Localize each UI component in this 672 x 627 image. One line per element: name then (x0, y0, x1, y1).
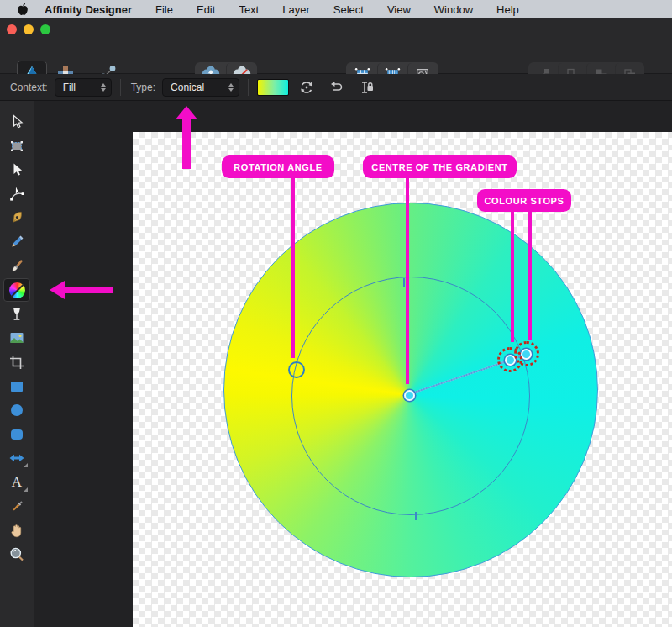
gradient-centre-label: CENTRE OF THE GRADIENT (363, 155, 517, 178)
crop-tool[interactable] (3, 350, 30, 374)
context-divider (120, 79, 121, 96)
rotation-angle-label: ROTATION ANGLE (222, 155, 334, 178)
pointer-icon (8, 161, 25, 178)
menu-select[interactable]: Select (333, 3, 364, 16)
selection-tool[interactable] (3, 158, 30, 182)
window-toolbar (0, 18, 672, 74)
eyedropper-icon (8, 498, 25, 515)
image-icon (8, 329, 25, 346)
vector-brush-tool[interactable] (3, 255, 30, 278)
crop-icon (8, 354, 25, 371)
colour-stops-text: COLOUR STOPS (484, 196, 564, 206)
rectangle-tool[interactable] (3, 375, 30, 398)
transparency-tool[interactable] (3, 303, 30, 326)
gradient-centre-leader-line (406, 177, 409, 384)
pencil-icon (8, 234, 25, 250)
double-arrow-icon (8, 450, 25, 466)
colour-stops-leader-line-2 (528, 211, 532, 340)
lock-icon (359, 79, 375, 96)
circle-top-tick (403, 278, 405, 287)
fill-gradient-tool[interactable] (3, 278, 30, 302)
stop-highlight-ring (514, 341, 539, 366)
up-arrow-annotation (176, 106, 197, 119)
workspace: A (0, 101, 672, 627)
minimize-button[interactable] (24, 24, 34, 34)
type-label: Type: (131, 82, 155, 93)
arrow-shape-tool[interactable] (3, 446, 30, 470)
apple-icon (17, 3, 29, 16)
menu-text[interactable]: Text (239, 3, 259, 16)
menu-window[interactable]: Window (434, 3, 473, 16)
menu-view[interactable]: View (387, 3, 411, 16)
rounded-rectangle-icon (8, 426, 25, 443)
move-cursor-icon (8, 113, 25, 130)
pencil-tool[interactable] (3, 230, 30, 254)
ellipse-icon (8, 402, 25, 419)
artboard-icon (8, 138, 25, 155)
gradient-swatch[interactable] (257, 79, 289, 96)
tool-panel: A (0, 101, 34, 627)
menu-file[interactable]: File (155, 3, 173, 16)
zoom-window-button[interactable] (40, 24, 50, 34)
rotation-angle-leader-line (291, 177, 295, 358)
menu-layer[interactable]: Layer (282, 3, 310, 16)
menu-help[interactable]: Help (496, 3, 519, 16)
menubar: Affinity Designer File Edit Text Layer S… (0, 0, 672, 18)
pen-tool[interactable] (3, 206, 30, 229)
left-arrow-annotation (50, 281, 65, 299)
node-tool[interactable] (3, 182, 30, 206)
apple-menu[interactable] (16, 3, 29, 16)
stepper-icon (101, 83, 106, 92)
up-arrow-shaft (182, 119, 191, 169)
colour-stops-leader-line-1 (511, 211, 514, 342)
ellipse-tool[interactable] (3, 398, 30, 422)
colour-picker-tool[interactable] (3, 495, 30, 519)
rotate-icon (298, 79, 315, 96)
colour-stops-label: COLOUR STOPS (477, 189, 571, 212)
pen-nib-icon (8, 209, 25, 226)
text-a-icon: A (12, 474, 22, 491)
hand-icon (8, 522, 25, 539)
gradient-centre-text: CENTRE OF THE GRADIENT (371, 162, 507, 172)
type-dropdown-value: Conical (171, 82, 222, 93)
context-toolbar: Context: Fill Type: Conical (0, 74, 672, 101)
left-arrow-shaft (64, 287, 113, 293)
type-dropdown[interactable]: Conical (162, 78, 239, 97)
document-canvas[interactable] (133, 132, 672, 627)
rotation-angle-handle[interactable] (288, 361, 305, 378)
brush-icon (8, 258, 25, 275)
rounded-rectangle-tool[interactable] (3, 423, 30, 446)
artboard-tool[interactable] (3, 134, 30, 158)
rectangle-icon (8, 378, 25, 395)
move-tool[interactable] (3, 110, 30, 134)
magnifier-icon (8, 546, 25, 563)
lock-aspect-button[interactable] (354, 77, 380, 97)
text-tool[interactable]: A (3, 471, 30, 494)
circle-bottom-tick (415, 512, 417, 520)
node-curve-icon (8, 186, 25, 203)
flyout-indicator (24, 463, 28, 467)
wine-glass-icon (8, 306, 25, 323)
color-wheel-icon (9, 282, 25, 298)
view-hand-tool[interactable] (3, 519, 30, 542)
stepper-icon (228, 83, 234, 92)
gradient-centre-handle[interactable] (404, 390, 415, 401)
flyout-indicator (24, 487, 28, 492)
zoom-tool[interactable] (3, 543, 30, 566)
rotate-gradient-button[interactable] (294, 77, 319, 97)
place-image-tool[interactable] (3, 326, 30, 350)
context-dropdown-value: Fill (63, 82, 94, 93)
rotation-angle-text: ROTATION ANGLE (234, 162, 322, 172)
reverse-gradient-button[interactable] (324, 77, 349, 97)
context-dropdown[interactable]: Fill (55, 78, 112, 97)
context-label: Context: (10, 82, 48, 93)
app-name[interactable]: Affinity Designer (45, 3, 132, 16)
menu-edit[interactable]: Edit (197, 3, 215, 16)
context-divider (248, 79, 249, 96)
close-button[interactable] (7, 24, 17, 34)
u-turn-arrow-icon (328, 79, 345, 96)
window-controls (7, 24, 50, 34)
